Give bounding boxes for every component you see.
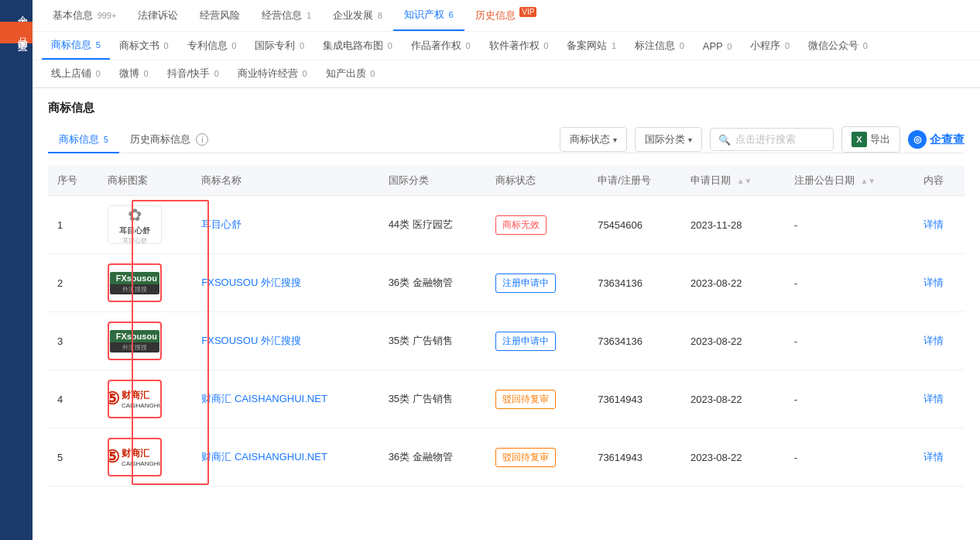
status-filter-btn[interactable]: 商标状态 ▾ [560, 127, 627, 152]
sidebar-item-enterprise[interactable]: 企业主页 [0, 0, 33, 22]
export-button[interactable]: X 导出 [841, 126, 900, 153]
trademark-name-link[interactable]: FXSOUSOU 外汇搜搜 [201, 277, 301, 288]
tab-icp[interactable]: 备案网站 1 [557, 33, 625, 59]
trademark-image: ⑤ 财商汇 CAISHANGHUI [108, 380, 162, 418]
toolbar: 商标状态 ▾ 国际分类 ▾ 🔍 点击进行搜索 X 导出 ◎ 企查查 [560, 126, 965, 153]
cell-name: 财商汇 CAISHANGHUI.NET [192, 370, 379, 428]
cell-apply-date: 2023-08-22 [681, 254, 785, 312]
info-icon[interactable]: i [196, 133, 208, 146]
tab-wechat[interactable]: 微信公众号 0 [799, 33, 877, 59]
trademark-name-link[interactable]: FXSOUSOU 外汇搜搜 [201, 335, 301, 346]
th-status: 商标状态 [486, 166, 588, 196]
cell-pub-date: - [785, 370, 914, 428]
cell-image: ⑤ 财商汇 CAISHANGHUI [98, 370, 193, 428]
trademark-image: FXsousou 外汇搜搜 [108, 322, 162, 360]
cell-category: 36类 金融物管 [379, 428, 487, 487]
detail-link[interactable]: 详情 [923, 218, 944, 230]
sub-tab-trademark-info[interactable]: 商标信息 5 [48, 126, 119, 153]
tab-douyin[interactable]: 抖音/快手 0 [158, 60, 228, 87]
detail-link[interactable]: 详情 [923, 277, 944, 288]
csh-logo: ⑤ 财商汇 CAISHANGHUI [108, 389, 162, 409]
tab-risk[interactable]: 经营风险 [189, 1, 251, 30]
nav-row-2: 商标信息 5 商标文书 0 专利信息 0 国际专利 0 集成电路布图 0 作品著… [33, 32, 980, 60]
tab-franchise[interactable]: 商业特许经营 0 [228, 60, 317, 87]
cell-apply-date: 2023-11-28 [681, 196, 785, 254]
cell-regno: 73614943 [588, 370, 681, 428]
trademark-table: 序号 商标图案 商标名称 国际分类 商标状态 申请/注册号 申请日期 ▲▼ 注册… [48, 166, 965, 487]
cell-pub-date: - [785, 254, 914, 312]
sub-tab-history-trademark[interactable]: 历史商标信息 i [119, 126, 220, 153]
cell-detail[interactable]: 详情 [914, 254, 965, 312]
status-badge: 注册申请中 [495, 332, 556, 351]
cell-image: FXsousou 外汇搜搜 [98, 254, 193, 312]
csh-logo: ⑤ 财商汇 CAISHANGHUI [108, 447, 162, 467]
tab-trademark-doc[interactable]: 商标文书 0 [110, 33, 178, 59]
page-body: 商标信息 商标信息 5 历史商标信息 i 商标状态 ▾ 国际分类 ▾ [33, 88, 980, 540]
cell-image: ✿ 耳目心舒 耳目心舒 [98, 196, 193, 254]
tab-patent[interactable]: 专利信息 0 [178, 33, 246, 59]
trademark-name-link[interactable]: 耳目心舒 [201, 218, 242, 230]
cell-category: 36类 金融物管 [379, 254, 487, 312]
chevron-down-icon: ▾ [688, 136, 692, 144]
tab-works[interactable]: 作品著作权 0 [402, 33, 480, 59]
tab-ip-out[interactable]: 知产出质 0 [317, 60, 385, 87]
tab-label-info[interactable]: 标注信息 0 [625, 33, 694, 59]
sidebar-item-brand[interactable]: 品牌主页 [0, 22, 33, 43]
th-content: 内容 [914, 166, 965, 196]
cell-detail[interactable]: 详情 [914, 428, 965, 487]
table-header: 序号 商标图案 商标名称 国际分类 商标状态 申请/注册号 申请日期 ▲▼ 注册… [48, 166, 965, 196]
status-badge: 驳回待复审 [495, 448, 556, 467]
tab-online-store[interactable]: 线上店铺 0 [42, 60, 110, 87]
cell-seq: 3 [48, 312, 98, 370]
table-body: 1 ✿ 耳目心舒 耳目心舒 耳目心舒 [48, 196, 965, 487]
status-badge: 商标无效 [495, 215, 547, 235]
tab-weibo[interactable]: 微博 0 [110, 60, 158, 87]
tab-basic[interactable]: 基本信息 999+ [42, 1, 127, 30]
cell-apply-date: 2023-08-22 [681, 312, 785, 370]
trademark-name-link[interactable]: 财商汇 CAISHANGHUI.NET [201, 393, 327, 404]
tab-circuit[interactable]: 集成电路布图 0 [314, 33, 402, 59]
nav-row-1: 基本信息 999+ 法律诉讼 经营风险 经营信息 1 企业发展 8 知识产权 6 [33, 0, 980, 32]
cell-name: FXSOUSOU 外汇搜搜 [192, 312, 379, 370]
cell-seq: 1 [48, 196, 98, 254]
category-filter-btn[interactable]: 国际分类 ▾ [635, 127, 702, 152]
tab-info[interactable]: 经营信息 1 [251, 1, 322, 30]
tab-history[interactable]: 历史信息 VIP [464, 0, 548, 30]
cell-regno: 73634136 [588, 254, 681, 312]
table-row: 4 ⑤ 财商汇 CAISHANGHUI [48, 370, 965, 428]
tab-app[interactable]: APP 0 [694, 34, 742, 58]
tab-legal[interactable]: 法律诉讼 [127, 1, 189, 30]
tab-miniprogram[interactable]: 小程序 0 [741, 33, 799, 59]
tab-intl-patent[interactable]: 国际专利 0 [245, 33, 314, 59]
tab-trademark-info[interactable]: 商标信息 5 [42, 32, 110, 60]
cell-status: 注册申请中 [486, 312, 588, 370]
cell-category: 35类 广告销售 [379, 312, 487, 370]
th-image: 商标图案 [98, 166, 193, 196]
cell-image: ⑤ 财商汇 CAISHANGHUI [98, 428, 193, 487]
tab-software[interactable]: 软件著作权 0 [480, 33, 558, 59]
tab-dev[interactable]: 企业发展 8 [322, 1, 393, 30]
section-title: 商标信息 [48, 101, 965, 115]
cell-pub-date: - [785, 312, 914, 370]
tab-ip[interactable]: 知识产权 6 [393, 0, 464, 31]
trademark-logo-1: ✿ 耳目心舒 耳目心舒 [119, 205, 150, 244]
detail-link[interactable]: 详情 [923, 335, 944, 346]
cell-detail[interactable]: 详情 [914, 312, 965, 370]
cell-status: 驳回待复审 [486, 428, 588, 487]
cell-apply-date: 2023-08-22 [681, 370, 785, 428]
trademark-name-link[interactable]: 财商汇 CAISHANGHUI.NET [201, 451, 327, 463]
detail-link[interactable]: 详情 [923, 393, 944, 404]
detail-link[interactable]: 详情 [923, 451, 944, 463]
excel-icon: X [852, 132, 867, 147]
search-input[interactable]: 🔍 点击进行搜索 [710, 128, 834, 151]
qichacha-logo[interactable]: ◎ 企查查 [908, 130, 965, 149]
cell-name: FXSOUSOU 外汇搜搜 [192, 254, 379, 312]
cell-detail[interactable]: 详情 [914, 370, 965, 428]
cell-seq: 4 [48, 370, 98, 428]
cell-detail[interactable]: 详情 [914, 196, 965, 254]
th-apply-date: 申请日期 ▲▼ [681, 166, 785, 196]
nav-row-3: 线上店铺 0 微博 0 抖音/快手 0 商业特许经营 0 知产出质 0 [33, 60, 980, 88]
table-row: 1 ✿ 耳目心舒 耳目心舒 耳目心舒 [48, 196, 965, 254]
th-name: 商标名称 [192, 166, 379, 196]
main-content: 基本信息 999+ 法律诉讼 经营风险 经营信息 1 企业发展 8 知识产权 6 [33, 0, 980, 540]
